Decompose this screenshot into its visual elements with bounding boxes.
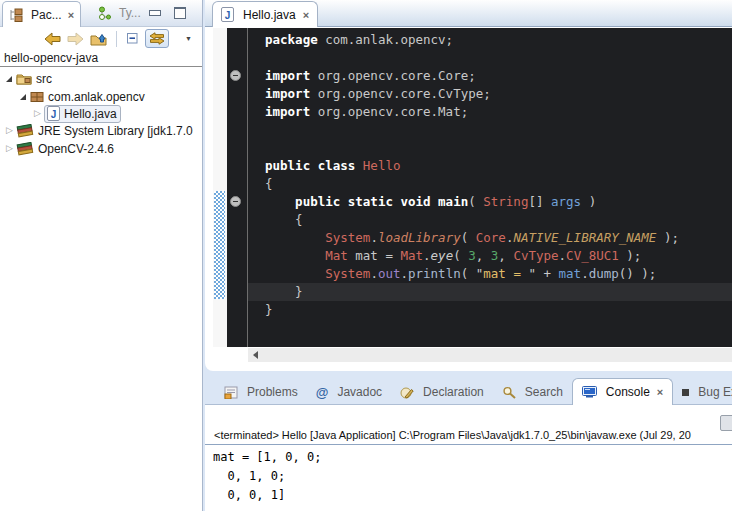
view-menu-icon[interactable]: ▼ <box>185 35 192 42</box>
minimize-icon[interactable] <box>149 10 161 16</box>
code-line: { <box>265 175 732 193</box>
tab-label: Declaration <box>423 385 484 399</box>
left-view-tabbar: Pac... × Ty... <box>0 0 202 27</box>
scroll-left-icon[interactable] <box>253 351 258 359</box>
console-view: <terminated> Hello [Java Application] C:… <box>205 404 732 511</box>
code-line: import org.opencv.core.CvType; <box>265 85 732 103</box>
tab-label: Search <box>525 385 563 399</box>
close-icon[interactable]: × <box>68 9 74 21</box>
code-line: package com.anlak.opencv; <box>265 31 732 49</box>
divider <box>205 444 732 445</box>
package-explorer-toolbar: ▼ <box>0 27 202 50</box>
editor-tabbar: J Hello.java × <box>205 0 732 27</box>
problems-icon <box>224 386 238 399</box>
link-with-editor-icon[interactable] <box>145 29 169 48</box>
console-output-line: 0, 0, 1] <box>213 486 732 505</box>
library-icon <box>16 142 34 156</box>
code-line: { <box>265 211 732 229</box>
tree-item-label: src <box>36 72 52 86</box>
tab-label: Javadoc <box>337 385 382 399</box>
editor-frame: package com.anlak.opencv;import org.open… <box>205 27 732 371</box>
code-text: package com.anlak.opencv;import org.open… <box>265 31 732 319</box>
view-window-buttons <box>149 7 186 19</box>
tree-item-src[interactable]: src <box>0 70 202 87</box>
toolbar-separator <box>116 31 117 47</box>
console-output-line: mat = [1, 0, 0; <box>213 448 732 467</box>
code-line: Mat mat = Mat.eye( 3, 3, CvType.CV_8UC1 … <box>265 247 732 265</box>
tree-item-label: Hello.java <box>64 107 117 121</box>
collapsed-arrow-icon[interactable]: ▷ <box>34 109 41 118</box>
console-icon <box>582 386 597 398</box>
fold-collapse-icon[interactable] <box>230 196 241 207</box>
library-icon <box>16 124 34 138</box>
package-explorer-view: Pac... × Ty... <box>0 0 203 511</box>
console-output-line: 0, 1, 0; <box>213 467 732 486</box>
code-line <box>265 139 732 157</box>
close-icon[interactable]: × <box>657 386 663 398</box>
code-line <box>265 49 732 67</box>
code-line: System.out.println( "mat = " + mat.dump(… <box>265 265 732 283</box>
fold-collapse-icon[interactable] <box>230 70 241 81</box>
console-process-header: <terminated> Hello [Java Application] C:… <box>214 429 691 441</box>
close-icon[interactable]: × <box>303 9 309 21</box>
tab-label: Bug Explorer <box>698 385 732 399</box>
up-folder-icon[interactable] <box>90 32 107 46</box>
code-editor[interactable]: package com.anlak.opencv;import org.open… <box>227 28 732 347</box>
gutter-divider <box>247 28 248 347</box>
type-hierarchy-icon <box>98 6 111 20</box>
tab-label: Pac... <box>31 8 62 22</box>
annotation-ruler[interactable] <box>213 28 227 347</box>
collapse-all-icon[interactable] <box>126 32 139 45</box>
tab-javadoc[interactable]: @Javadoc <box>307 379 391 405</box>
declaration-icon <box>400 386 414 399</box>
code-line: } <box>265 301 732 319</box>
source-folder-icon <box>16 72 32 85</box>
tab-bug-explorer[interactable]: Bug Explorer <box>673 379 732 405</box>
tab-console[interactable]: Console× <box>572 378 673 405</box>
java-file-icon: J <box>221 7 234 22</box>
tab-search[interactable]: Search <box>493 379 572 405</box>
tab-label: Ty... <box>119 6 141 20</box>
tree-item-com-anlak-opencv[interactable]: com.anlak.opencv <box>0 88 202 105</box>
eclipse-window: Pac... × Ty... <box>0 0 732 511</box>
expanded-arrow-icon[interactable] <box>20 94 26 100</box>
tab-label: Problems <box>247 385 298 399</box>
console-output[interactable]: mat = [1, 0, 0; 0, 1, 0; 0, 0, 1] <box>213 448 732 505</box>
tree-item-label: OpenCV-2.4.6 <box>38 142 114 156</box>
svg-text:J: J <box>225 10 231 21</box>
horizontal-scrollbar[interactable] <box>248 348 732 362</box>
expanded-arrow-icon[interactable] <box>6 76 12 82</box>
tree-item-hello-java[interactable]: ▷JHello.java <box>0 105 202 122</box>
divider <box>0 66 202 67</box>
tree-item-label: com.anlak.opencv <box>48 90 145 104</box>
tab-package-explorer[interactable]: Pac... × <box>2 1 81 27</box>
maximize-icon[interactable] <box>174 7 186 19</box>
code-line: System.loadLibrary( Core.NATIVE_LIBRARY_… <box>265 229 732 247</box>
forward-icon[interactable] <box>67 32 84 46</box>
collapsed-arrow-icon[interactable]: ▷ <box>6 126 13 135</box>
tree-item-jre-system-library-jdk1-7-0[interactable]: ▷JRE System Library [jdk1.7.0 <box>0 122 202 139</box>
search-icon <box>502 386 516 399</box>
package-icon <box>30 91 44 103</box>
code-line: import org.opencv.core.Mat; <box>265 103 732 121</box>
code-line: public class Hello <box>265 157 732 175</box>
package-explorer-icon <box>9 8 23 22</box>
code-line <box>265 121 732 139</box>
project-tree: srccom.anlak.opencv▷JHello.java▷JRE Syst… <box>0 70 202 511</box>
tab-label: Console <box>606 385 650 399</box>
tab-label: Hello.java <box>243 8 296 22</box>
selected-item-box[interactable]: JHello.java <box>44 105 121 123</box>
bug-icon <box>682 389 689 396</box>
java-file-icon: J <box>47 106 60 121</box>
tab-type-hierarchy[interactable]: Ty... <box>92 1 147 25</box>
code-line: } <box>265 283 732 301</box>
tab-problems[interactable]: Problems <box>215 379 307 405</box>
tree-item-opencv-2-4-6[interactable]: ▷OpenCV-2.4.6 <box>0 140 202 157</box>
back-icon[interactable] <box>44 32 61 46</box>
console-toolbar-button[interactable] <box>720 415 732 431</box>
tab-hello-java[interactable]: J Hello.java × <box>212 1 318 27</box>
collapsed-arrow-icon[interactable]: ▷ <box>6 144 13 153</box>
project-name[interactable]: hello-opencv-java <box>4 51 98 65</box>
code-line: public static void main( String[] args ) <box>265 193 732 211</box>
tab-declaration[interactable]: Declaration <box>391 379 493 405</box>
